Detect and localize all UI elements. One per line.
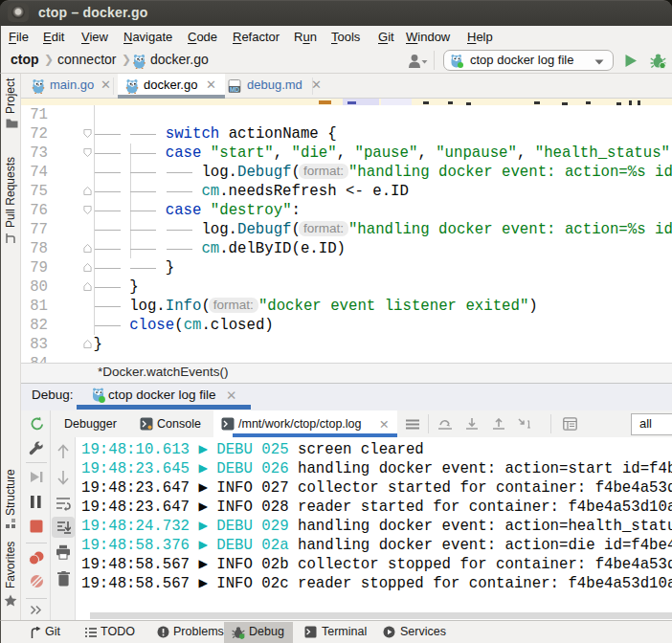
svg-text:MD: MD	[230, 86, 239, 93]
